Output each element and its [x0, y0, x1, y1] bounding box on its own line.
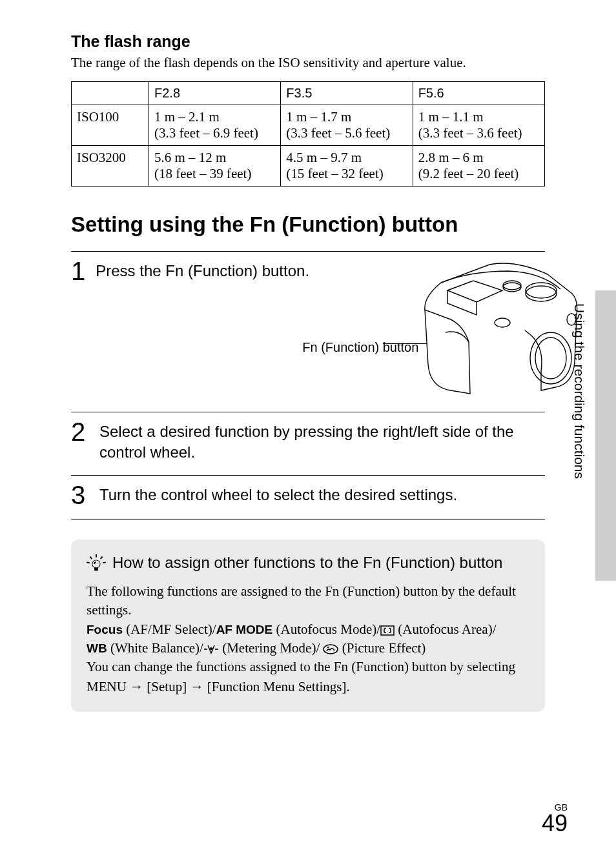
picture-effect-icon: [323, 644, 338, 654]
tip-title: How to assign other functions to the Fn …: [112, 554, 502, 572]
metering-mode-icon: [203, 644, 219, 654]
svg-rect-11: [100, 556, 103, 560]
svg-point-0: [526, 286, 557, 301]
step-number-2: 2: [71, 419, 89, 445]
iso-label: ISO100: [72, 105, 149, 146]
table-cell: 1 m – 1.1 m(3.3 feet – 3.6 feet): [413, 105, 544, 146]
table-header-f35: F3.5: [281, 82, 413, 105]
table-cell: 4.5 m – 9.7 m(15 feet – 32 feet): [281, 146, 413, 187]
svg-point-5: [530, 332, 571, 384]
svg-rect-16: [94, 567, 98, 570]
flash-range-desc: The range of the flash depends on the IS…: [71, 55, 545, 71]
svg-point-3: [503, 281, 521, 290]
fn-button-callout: Fn (Function) button: [302, 339, 418, 356]
flash-range-table: F2.8 F3.5 F5.6 ISO100 1 m – 2.1 m(3.3 fe…: [71, 81, 545, 187]
step-3: 3 Turn the control wheel to select the d…: [71, 475, 545, 520]
table-row: ISO3200 5.6 m – 12 m(18 feet – 39 feet) …: [72, 146, 545, 187]
table-cell: 1 m – 2.1 m(3.3 feet – 6.9 feet): [149, 105, 281, 146]
table-row: F2.8 F3.5 F5.6: [72, 82, 545, 105]
step-number-3: 3: [71, 482, 89, 508]
svg-rect-10: [96, 554, 97, 558]
svg-point-2: [503, 283, 521, 292]
table-cell: 2.8 m – 6 m(9.2 feet – 20 feet): [413, 146, 544, 187]
svg-point-15: [92, 560, 99, 567]
flash-range-heading: The flash range: [71, 32, 545, 51]
table-cell: 1 m – 1.7 m(3.3 feet – 5.6 feet): [281, 105, 413, 146]
side-tab: [595, 290, 616, 581]
svg-rect-17: [381, 626, 394, 635]
section-title: Setting using the Fn (Function) button: [71, 212, 545, 237]
section-tab-label: Using the recording functions: [571, 303, 587, 479]
step-3-text: Turn the control wheel to select the des…: [99, 482, 545, 505]
table-row: ISO100 1 m – 2.1 m(3.3 feet – 6.9 feet) …: [72, 105, 545, 146]
page-number-block: GB 49: [542, 802, 568, 837]
step-number-1: 1: [71, 258, 85, 284]
tip-box: How to assign other functions to the Fn …: [71, 540, 545, 712]
step-2: 2 Select a desired function by pressing …: [71, 412, 545, 475]
svg-point-20: [210, 647, 212, 650]
table-header-f56: F5.6: [413, 82, 544, 105]
focus-icon: Focus: [87, 623, 123, 636]
page-number: 49: [542, 810, 568, 836]
table-header-f28: F2.8: [149, 82, 281, 105]
svg-rect-14: [87, 561, 90, 563]
wb-icon: WB: [87, 641, 107, 655]
af-mode-icon: AF MODE: [216, 623, 273, 636]
iso-label: ISO3200: [72, 146, 149, 187]
svg-rect-13: [103, 561, 106, 563]
svg-rect-12: [90, 556, 92, 560]
step-1: 1 Press the Fn (Function) button. Fn (Fu…: [71, 251, 545, 412]
af-area-icon: [380, 625, 395, 636]
step-2-text: Select a desired function by pressing th…: [99, 419, 545, 463]
table-cell: 5.6 m – 12 m(18 feet – 39 feet): [149, 146, 281, 187]
tip-body: The following functions are assigned to …: [87, 582, 529, 696]
svg-point-1: [526, 283, 557, 298]
svg-point-4: [495, 318, 510, 327]
step-1-text: Press the Fn (Function) button.: [96, 258, 334, 281]
table-header-empty: [72, 82, 149, 105]
svg-point-22: [327, 647, 329, 648]
camera-illustration: [412, 258, 580, 400]
hint-icon: [87, 554, 106, 573]
svg-point-6: [535, 338, 566, 379]
